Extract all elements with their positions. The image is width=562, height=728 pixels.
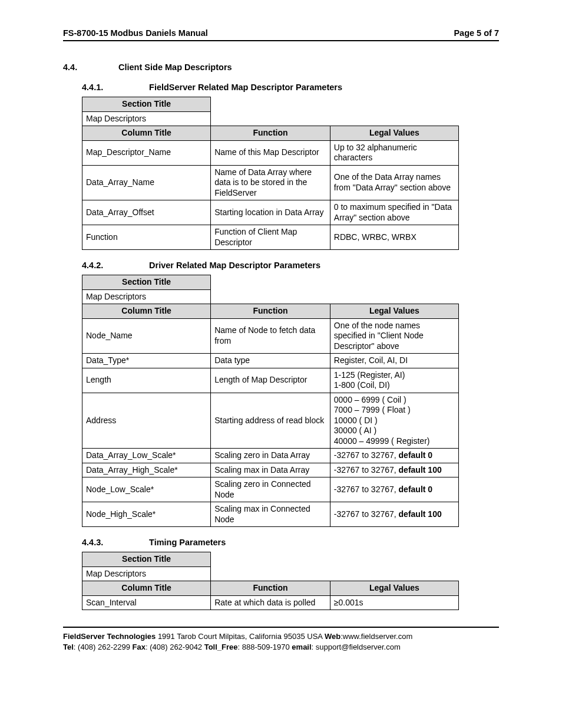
cell-function: Scaling max in Connected Node [211,502,330,527]
cell-function: Scaling zero in Connected Node [211,477,330,502]
table-row: Node_Low_Scale*Scaling zero in Connected… [82,477,459,502]
cell-column-title: Node_Name [82,318,211,354]
cell-legal-values: ≥0.001s [330,595,458,610]
cell-function: Data type [211,354,330,368]
th-column-title: Column Title [82,304,211,319]
table-442: Section Title Map Descriptors Column Tit… [82,275,459,527]
cell-legal-values: One of the node names specified in "Clie… [330,318,458,354]
cell-function: Scaling zero in Data Array [211,449,330,463]
footer-toll-label: Toll_Free [204,643,238,651]
footer-email-label: email [292,643,311,651]
cell-column-title: Scan_Interval [82,595,211,610]
th-function: Function [211,581,330,596]
th-legal-values: Legal Values [330,304,458,319]
table-441: Section Title Map Descriptors Column Tit… [82,97,459,250]
cell-legal-values: -32767 to 32767, default 0 [330,449,458,463]
section-title: Driver Related Map Descriptor Parameters [149,261,320,270]
cell-column-title: Length [82,368,211,393]
table-row: LengthLength of Map Descriptor1-125 (Reg… [82,368,459,393]
th-legal-values: Legal Values [330,126,458,141]
footer-fax-label: Fax [133,643,146,651]
footer-tel: : (408) 262-2299 [74,643,133,651]
page-header: FS-8700-15 Modbus Daniels Manual Page 5 … [63,28,499,41]
table-row: Map_Descriptor_NameName of this Map Desc… [82,140,459,165]
th-column-title: Column Title [82,126,211,141]
cell-column-title: Map_Descriptor_Name [82,140,211,165]
section-title: FieldServer Related Map Descriptor Param… [149,83,342,92]
section-4-4-heading: 4.4. Client Side Map Descriptors [63,62,499,72]
cell-function: Name of Node to fetch data from [211,318,330,354]
footer-fax: : (408) 262-9042 [146,643,204,651]
page-footer: FieldServer Technologies 1991 Tarob Cour… [63,627,499,652]
cell-legal-values: -32767 to 32767, default 100 [330,463,458,477]
th-section-title: Section Title [82,97,211,112]
table-row: Data_Type*Data typeRegister, Coil, AI, D… [82,354,459,368]
footer-company: FieldServer Technologies [63,632,156,641]
cell-function: Length of Map Descriptor [211,368,330,393]
table-row: Node_NameName of Node to fetch data from… [82,318,459,354]
cell-column-title: Node_Low_Scale* [82,477,211,502]
section-4-4-1-heading: 4.4.1. FieldServer Related Map Descripto… [82,83,499,92]
footer-web: :www.fieldserver.com [340,632,412,641]
td-section-title-val: Map Descriptors [82,289,211,304]
cell-column-title: Data_Array_Low_Scale* [82,449,211,463]
t443-body: Scan_IntervalRate at which data is polle… [82,595,459,610]
td-section-title-val: Map Descriptors [82,111,211,126]
cell-legal-values: 0 to maximum specified in "Data Array" s… [330,200,458,225]
footer-toll: : 888-509-1970 [238,643,292,651]
cell-function: Name of Data Array where data is to be s… [211,165,330,200]
cell-function: Function of Client Map Descriptor [211,225,330,250]
section-number: 4.4.3. [82,538,147,547]
th-column-title: Column Title [82,581,211,596]
cell-function: Name of this Map Descriptor [211,140,330,165]
section-4-4-2-heading: 4.4.2. Driver Related Map Descriptor Par… [82,261,499,270]
table-row: Node_High_Scale*Scaling max in Connected… [82,502,459,527]
footer-web-label: Web [325,632,340,641]
cell-column-title: Data_Array_Name [82,165,211,200]
cell-legal-values: Up to 32 alphanumeric characters [330,140,458,165]
table-row: AddressStarting address of read block000… [82,393,459,449]
section-4-4-3-heading: 4.4.3. Timing Parameters [82,538,499,547]
t442-body: Node_NameName of Node to fetch data from… [82,318,459,527]
cell-column-title: Data_Array_High_Scale* [82,463,211,477]
t441-body: Map_Descriptor_NameName of this Map Desc… [82,140,459,250]
cell-legal-values: -32767 to 32767, default 0 [330,477,458,502]
footer-tel-label: Tel [63,643,74,651]
table-row: Data_Array_Low_Scale*Scaling zero in Dat… [82,449,459,463]
table-row: Data_Array_OffsetStarting location in Da… [82,200,459,225]
cell-legal-values: 0000 – 6999 ( Coil )7000 – 7999 ( Float … [330,393,458,449]
footer-addr: 1991 Tarob Court Milpitas, California 95… [156,632,325,641]
cell-legal-values: -32767 to 32767, default 100 [330,502,458,527]
cell-function: Starting address of read block [211,393,330,449]
cell-legal-values: Register, Coil, AI, DI [330,354,458,368]
cell-legal-values: 1-125 (Register, AI)1-800 (Coil, DI) [330,368,458,393]
cell-column-title: Node_High_Scale* [82,502,211,527]
cell-function: Starting location in Data Array [211,200,330,225]
td-section-title-val: Map Descriptors [82,566,211,581]
section-title: Client Side Map Descriptors [118,62,232,72]
cell-legal-values: One of the Data Array names from "Data A… [330,165,458,200]
table-row: Scan_IntervalRate at which data is polle… [82,595,459,610]
cell-column-title: Address [82,393,211,449]
header-left: FS-8700-15 Modbus Daniels Manual [63,28,208,38]
table-row: Data_Array_High_Scale*Scaling max in Dat… [82,463,459,477]
cell-function: Scaling max in Data Array [211,463,330,477]
section-title: Timing Parameters [149,538,226,547]
cell-column-title: Function [82,225,211,250]
th-legal-values: Legal Values [330,581,458,596]
th-function: Function [211,126,330,141]
cell-function: Rate at which data is polled [211,595,330,610]
table-row: FunctionFunction of Client Map Descripto… [82,225,459,250]
cell-legal-values: RDBC, WRBC, WRBX [330,225,458,250]
th-section-title: Section Title [82,275,211,290]
footer-email: : support@fieldserver.com [312,643,401,651]
th-function: Function [211,304,330,319]
section-number: 4.4.1. [82,83,147,92]
cell-column-title: Data_Type* [82,354,211,368]
header-right: Page 5 of 7 [454,28,499,38]
page: FS-8700-15 Modbus Daniels Manual Page 5 … [39,0,523,664]
section-number: 4.4.2. [82,261,147,270]
section-number: 4.4. [63,62,116,72]
table-443: Section Title Map Descriptors Column Tit… [82,552,459,610]
cell-column-title: Data_Array_Offset [82,200,211,225]
